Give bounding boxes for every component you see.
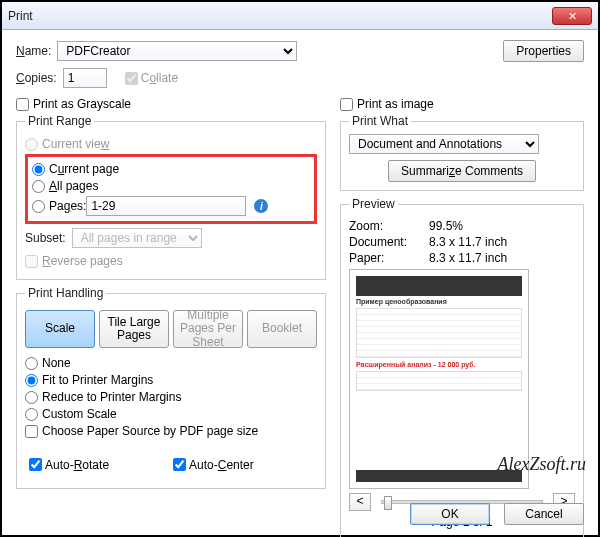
print-range-legend: Print Range	[25, 114, 94, 128]
tab-tile[interactable]: Tile Large Pages	[99, 310, 169, 348]
paper-value: 8.3 x 11.7 inch	[429, 251, 507, 265]
auto-center-checkbox[interactable]	[173, 458, 186, 471]
grayscale-label: Print as Grayscale	[33, 97, 131, 111]
subset-select: All pages in range	[72, 228, 202, 248]
print-what-legend: Print What	[349, 114, 411, 128]
document-label: Document:	[349, 235, 429, 249]
all-pages-radio[interactable]	[32, 180, 45, 193]
subset-label: Subset:	[25, 231, 66, 245]
none-label: None	[42, 356, 71, 370]
reduce-radio[interactable]	[25, 391, 38, 404]
zoom-label: Zoom:	[349, 219, 429, 233]
print-what-group: Print What Document and Annotations Summ…	[340, 114, 584, 191]
paper-source-checkbox[interactable]	[25, 425, 38, 438]
cancel-button[interactable]: Cancel	[504, 503, 584, 525]
preview-red-text: Расширенный анализ - 12 000 руб.	[356, 361, 522, 368]
pages-label: Pages:	[49, 199, 86, 213]
print-range-group: Print Range Current view Current page Al…	[16, 114, 326, 280]
preview-group: Preview Zoom:99.5% Document:8.3 x 11.7 i…	[340, 197, 584, 537]
current-view-label: Current view	[42, 137, 109, 151]
copies-label: Copies:	[16, 71, 57, 85]
properties-button[interactable]: Properties	[503, 40, 584, 62]
auto-rotate-label: Auto-Rotate	[45, 458, 109, 472]
preview-legend: Preview	[349, 197, 398, 211]
print-what-select[interactable]: Document and Annotations	[349, 134, 539, 154]
zoom-value: 99.5%	[429, 219, 463, 233]
reduce-label: Reduce to Printer Margins	[42, 390, 181, 404]
tab-multiple[interactable]: Multiple Pages Per Sheet	[173, 310, 243, 348]
pages-radio[interactable]	[32, 200, 45, 213]
close-icon[interactable]: ✕	[552, 7, 592, 25]
tab-scale[interactable]: Scale	[25, 310, 95, 348]
none-radio[interactable]	[25, 357, 38, 370]
print-as-image-label: Print as image	[357, 97, 434, 111]
summarize-button[interactable]: Summarize Comments	[388, 160, 536, 182]
printer-select[interactable]: PDFCreator	[57, 41, 297, 61]
paper-source-label: Choose Paper Source by PDF page size	[42, 424, 258, 438]
copies-input[interactable]	[63, 68, 107, 88]
document-value: 8.3 x 11.7 inch	[429, 235, 507, 249]
collate-checkbox	[125, 72, 138, 85]
pages-input[interactable]	[86, 196, 246, 216]
fit-label: Fit to Printer Margins	[42, 373, 153, 387]
custom-label: Custom Scale	[42, 407, 117, 421]
highlighted-range-box: Current page All pages Pages: i	[25, 154, 317, 224]
ok-button[interactable]: OK	[410, 503, 490, 525]
print-handling-group: Print Handling Scale Tile Large Pages Mu…	[16, 286, 326, 489]
custom-radio[interactable]	[25, 408, 38, 421]
current-page-label: Current page	[49, 162, 119, 176]
window-title: Print	[8, 9, 33, 23]
title-bar: Print ✕	[2, 2, 598, 30]
print-as-image-checkbox[interactable]	[340, 98, 353, 111]
all-pages-label: All pages	[49, 179, 98, 193]
prev-page-button[interactable]: <	[349, 493, 371, 511]
grayscale-checkbox[interactable]	[16, 98, 29, 111]
paper-label: Paper:	[349, 251, 429, 265]
watermark: AlexZsoft.ru	[498, 454, 587, 475]
auto-rotate-checkbox[interactable]	[29, 458, 42, 471]
auto-center-label: Auto-Center	[189, 458, 254, 472]
current-page-radio[interactable]	[32, 163, 45, 176]
tab-booklet[interactable]: Booklet	[247, 310, 317, 348]
collate-label: Collate	[141, 71, 178, 85]
reverse-checkbox	[25, 255, 38, 268]
name-label: Name:	[16, 44, 51, 58]
current-view-radio	[25, 138, 38, 151]
reverse-label: Reverse pages	[42, 254, 123, 268]
fit-radio[interactable]	[25, 374, 38, 387]
info-icon[interactable]: i	[254, 199, 268, 213]
print-handling-legend: Print Handling	[25, 286, 106, 300]
